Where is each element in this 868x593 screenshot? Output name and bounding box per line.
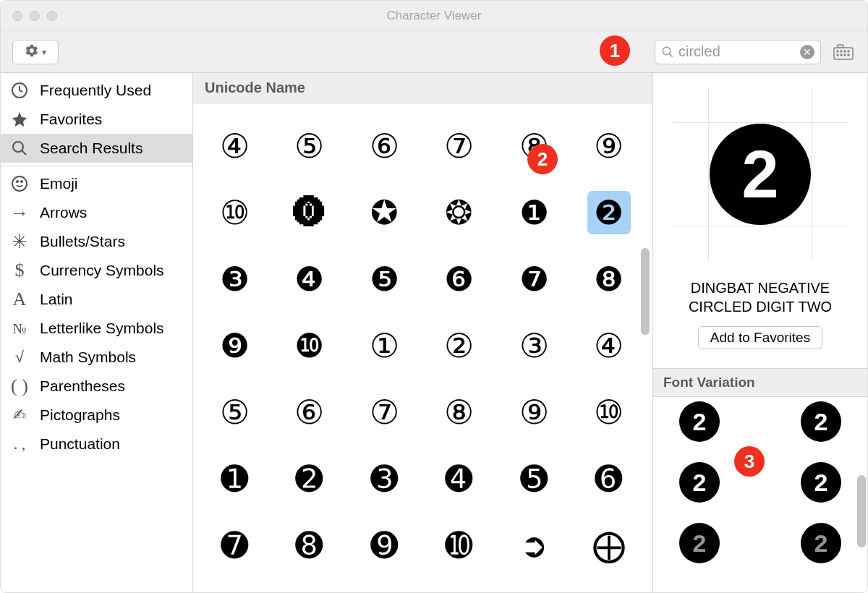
glyph-cell[interactable]: ③ bbox=[514, 326, 553, 365]
grid-scroll-area[interactable]: ④⑤⑥⑦⑧⑨⑩⓿✪❂❶❷❸❹❺❻❼❽❾❿①②③④⑤⑥⑦⑧⑨⑩➊➋➌➍➎➏➐➑➒➓… bbox=[193, 103, 652, 592]
sidebar-label: Math Symbols bbox=[40, 349, 136, 366]
zoom-window-button[interactable] bbox=[47, 11, 57, 21]
glyph-cell[interactable]: ➋ bbox=[290, 459, 329, 498]
sidebar-item-latin[interactable]: A Latin bbox=[1, 285, 192, 314]
svg-point-6 bbox=[844, 51, 846, 52]
glyph-cell[interactable]: ⑤ bbox=[290, 127, 329, 166]
sidebar-label: Bullets/Stars bbox=[40, 233, 125, 250]
sidebar-item-favorites[interactable]: Favorites bbox=[1, 105, 192, 134]
font-variation-item[interactable]: 2 bbox=[801, 523, 841, 563]
glyph-cell[interactable]: ➲ bbox=[514, 526, 553, 565]
font-variation-item[interactable]: 2 bbox=[679, 401, 720, 442]
sidebar-label: Frequently Used bbox=[40, 82, 151, 99]
grid-header: Unicode Name bbox=[193, 73, 652, 103]
svg-point-5 bbox=[841, 51, 842, 52]
close-window-button[interactable] bbox=[12, 11, 22, 21]
sidebar-item-letterlike[interactable]: № Letterlike Symbols bbox=[1, 314, 192, 343]
glyph-cell[interactable]: ❺ bbox=[365, 260, 404, 299]
glyph-cell[interactable]: ④ bbox=[590, 326, 629, 365]
glyph-cell[interactable]: ❻ bbox=[440, 260, 479, 299]
sidebar-item-math[interactable]: √ Math Symbols bbox=[1, 343, 192, 372]
add-to-favorites-button[interactable]: Add to Favorites bbox=[698, 326, 822, 349]
glyph-cell[interactable]: ⑧ bbox=[514, 127, 553, 166]
sidebar: Frequently Used Favorites Search Results… bbox=[1, 73, 193, 592]
glyph-cell[interactable]: ⨁ bbox=[590, 526, 629, 565]
search-field[interactable]: ✕ bbox=[655, 40, 821, 64]
glyph-cell[interactable]: ➍ bbox=[440, 459, 479, 498]
sidebar-item-search-results[interactable]: Search Results bbox=[1, 134, 192, 163]
toolbar: ▾ 1 ✕ bbox=[1, 31, 867, 73]
glyph-cell[interactable]: ➊ bbox=[215, 459, 254, 498]
glyph-cell[interactable]: ➒ bbox=[365, 526, 404, 565]
svg-point-8 bbox=[837, 54, 838, 56]
glyph-cell[interactable]: ➌ bbox=[365, 459, 404, 498]
svg-line-1 bbox=[669, 54, 673, 57]
font-variation-item[interactable]: 2 bbox=[679, 523, 720, 563]
svg-point-15 bbox=[12, 176, 27, 191]
grid-scrollbar-thumb[interactable] bbox=[641, 248, 650, 335]
punctuation-icon: . , bbox=[9, 434, 30, 454]
sidebar-item-currency[interactable]: $ Currency Symbols bbox=[1, 256, 192, 285]
glyph-cell[interactable]: ❂ bbox=[440, 193, 479, 232]
sidebar-label: Punctuation bbox=[40, 435, 120, 453]
minimize-window-button[interactable] bbox=[30, 11, 40, 21]
glyph-cell[interactable]: ➑ bbox=[290, 526, 329, 565]
detail-scrollbar-thumb[interactable] bbox=[857, 475, 866, 547]
glyph-cell[interactable]: ❶ bbox=[514, 193, 553, 232]
font-variation-item[interactable]: 2 bbox=[801, 462, 841, 503]
svg-point-7 bbox=[848, 51, 849, 52]
latin-a-icon: A bbox=[9, 289, 30, 310]
sidebar-label: Parentheses bbox=[40, 377, 125, 395]
glyph-cell[interactable]: ④ bbox=[215, 127, 254, 166]
numero-icon: № bbox=[9, 318, 30, 338]
glyph-cell[interactable]: ⑧ bbox=[440, 393, 479, 432]
sidebar-item-frequently-used[interactable]: Frequently Used bbox=[1, 76, 192, 105]
glyph-cell[interactable]: ❸ bbox=[215, 260, 254, 299]
glyph-cell[interactable]: ⓿ bbox=[290, 193, 329, 232]
glyph-cell[interactable]: ⑨ bbox=[514, 393, 553, 432]
glyph-cell[interactable]: ⑦ bbox=[365, 393, 404, 432]
glyph-cell[interactable]: ➐ bbox=[215, 526, 254, 565]
glyph-cell[interactable]: ⑦ bbox=[440, 127, 479, 166]
glyph-cell[interactable]: ② bbox=[440, 326, 479, 365]
glyph-cell[interactable]: ⑨ bbox=[590, 127, 629, 166]
glyph-cell[interactable]: ❽ bbox=[590, 260, 629, 299]
glyph-cell[interactable]: ❼ bbox=[514, 260, 553, 299]
glyph-cell[interactable]: ❿ bbox=[290, 326, 329, 365]
glyph-cell[interactable]: ❷ bbox=[590, 193, 629, 232]
glyph-cell[interactable]: ⑤ bbox=[215, 393, 254, 432]
glyph-cell[interactable]: ⑩ bbox=[590, 393, 629, 432]
glyph-cell[interactable]: ⑥ bbox=[290, 393, 329, 432]
glyph-cell[interactable]: ➓ bbox=[440, 526, 479, 565]
settings-menu-button[interactable]: ▾ bbox=[12, 40, 59, 64]
keyboard-viewer-button[interactable] bbox=[831, 41, 856, 63]
glyph-cell[interactable]: ➎ bbox=[514, 459, 553, 498]
svg-point-17 bbox=[21, 181, 22, 182]
font-variation-item[interactable]: 2 bbox=[679, 462, 720, 503]
glyph-cell[interactable]: ① bbox=[365, 326, 404, 365]
search-icon bbox=[9, 138, 30, 158]
pictograph-icon: ✍︎ bbox=[9, 405, 30, 425]
sidebar-item-arrows[interactable]: → Arrows bbox=[1, 198, 192, 227]
sidebar-item-pictographs[interactable]: ✍︎ Pictographs bbox=[1, 401, 192, 430]
font-variation-list[interactable]: 222222 3 bbox=[653, 397, 867, 592]
sidebar-item-punctuation[interactable]: . , Punctuation bbox=[1, 430, 192, 458]
sidebar-item-emoji[interactable]: Emoji bbox=[1, 169, 192, 198]
search-input[interactable] bbox=[678, 43, 800, 60]
font-variation-item[interactable]: 2 bbox=[801, 401, 841, 442]
svg-point-13 bbox=[13, 142, 23, 152]
sidebar-label: Letterlike Symbols bbox=[40, 320, 164, 337]
preview-glyph[interactable]: 2 bbox=[710, 124, 811, 225]
glyph-cell[interactable]: ❹ bbox=[290, 260, 329, 299]
chevron-down-icon: ▾ bbox=[42, 47, 46, 57]
glyph-cell[interactable]: ⑥ bbox=[365, 127, 404, 166]
sidebar-item-parentheses[interactable]: ( ) Parentheses bbox=[1, 372, 192, 401]
glyph-cell[interactable]: ❾ bbox=[215, 326, 254, 365]
glyph-cell[interactable]: ⑩ bbox=[215, 193, 254, 232]
clear-search-button[interactable]: ✕ bbox=[800, 45, 814, 59]
glyph-cell[interactable]: ✪ bbox=[365, 193, 404, 232]
glyph-cell[interactable]: ➏ bbox=[590, 459, 629, 498]
svg-point-10 bbox=[844, 54, 846, 56]
dollar-icon: $ bbox=[9, 260, 30, 281]
sidebar-item-bullets-stars[interactable]: ✳︎ Bullets/Stars bbox=[1, 227, 192, 256]
